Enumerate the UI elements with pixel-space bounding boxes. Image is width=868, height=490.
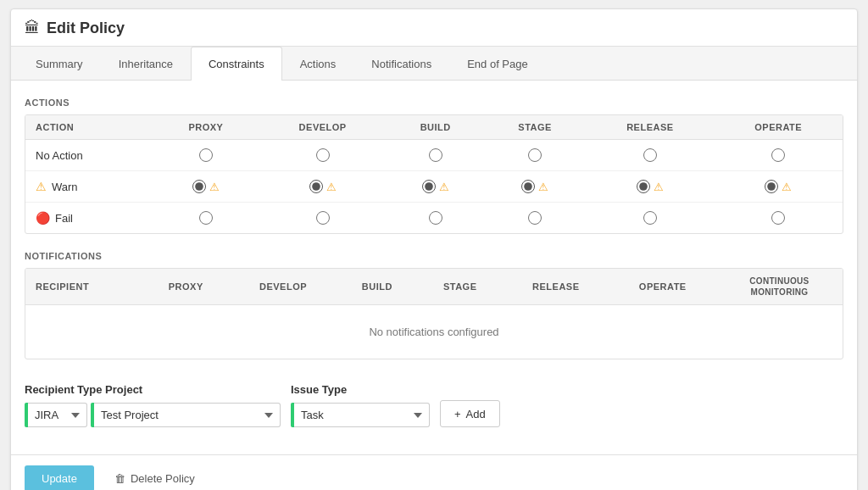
- action-name-no-action: No Action: [25, 140, 153, 171]
- warn-icon: ⚠: [36, 180, 47, 193]
- warn-proxy-radio[interactable]: [192, 180, 206, 193]
- form-section: Recipient Type Project JIRA Email Slack: [25, 376, 843, 427]
- warn-build-radio[interactable]: [422, 180, 436, 193]
- no-action-develop-radio[interactable]: [316, 148, 330, 162]
- action-name-fail: 🔴 Fail: [25, 203, 153, 234]
- notif-col-continuous: CONTINUOUSMONITORING: [716, 269, 843, 305]
- col-action: ACTION: [25, 115, 153, 140]
- table-row: ⚠ Warn ⚠: [25, 171, 843, 203]
- project-input-group: Test Project Project A Project B: [91, 403, 281, 427]
- fail-develop-radio[interactable]: [316, 211, 330, 225]
- warn-stage-cell: ⚠: [484, 171, 587, 203]
- warn-develop-radio[interactable]: [309, 180, 323, 193]
- recipient-type-select[interactable]: JIRA Email Slack: [28, 403, 87, 427]
- fail-release-cell: [586, 203, 714, 234]
- page-title: Edit Policy: [47, 19, 125, 37]
- page-container: 🏛 Edit Policy Summary Inheritance Constr…: [10, 8, 858, 490]
- table-row: 🔴 Fail: [25, 203, 843, 234]
- no-action-build-cell: [387, 140, 484, 171]
- recipient-type-input-group: JIRA Email Slack: [25, 403, 87, 427]
- col-operate: OPERATE: [714, 115, 843, 140]
- actions-table-header: ACTION PROXY DEVELOP BUILD STAGE RELEASE…: [25, 115, 843, 140]
- form-row: Recipient Type Project JIRA Email Slack: [25, 383, 843, 427]
- warn-stage-radio[interactable]: [521, 180, 535, 193]
- no-action-proxy-radio[interactable]: [199, 148, 213, 162]
- no-action-develop-cell: [259, 140, 387, 171]
- warn-triangle-proxy: ⚠: [209, 181, 220, 193]
- notif-col-release: RELEASE: [503, 269, 609, 305]
- fail-build-cell: [387, 203, 484, 234]
- warn-release-radio[interactable]: [637, 180, 650, 193]
- warn-triangle-release: ⚠: [654, 181, 664, 193]
- tab-constraints[interactable]: Constraints: [191, 47, 282, 81]
- col-develop: DEVELOP: [259, 115, 387, 140]
- actions-table: ACTION PROXY DEVELOP BUILD STAGE RELEASE…: [25, 115, 843, 233]
- delete-button-label: Delete Policy: [131, 472, 195, 485]
- tab-summary[interactable]: Summary: [18, 47, 101, 81]
- delete-button[interactable]: 🗑 Delete Policy: [104, 465, 205, 490]
- fail-release-radio[interactable]: [643, 211, 657, 225]
- no-action-release-radio[interactable]: [643, 148, 657, 162]
- notif-col-stage: STAGE: [417, 269, 503, 305]
- building-icon: 🏛: [25, 19, 40, 37]
- recipient-type-group: Recipient Type Project JIRA Email Slack: [25, 383, 281, 427]
- trash-icon: 🗑: [114, 472, 125, 485]
- issue-type-input-group: Task Bug Story Epic: [291, 403, 430, 427]
- add-button-label: Add: [466, 408, 486, 420]
- tabs-bar: Summary Inheritance Constraints Actions …: [11, 47, 857, 81]
- notif-col-recipient: RECIPIENT: [25, 269, 142, 305]
- warn-triangle-build: ⚠: [439, 181, 449, 193]
- notifications-table: RECIPIENT PROXY DEVELOP BUILD STAGE RELE…: [25, 269, 843, 359]
- no-action-operate-radio[interactable]: [771, 148, 785, 162]
- issue-type-group: Issue Type Task Bug Story Epic: [291, 383, 430, 427]
- issue-type-label: Issue Type: [291, 383, 430, 396]
- notifications-section-title: NOTIFICATIONS: [25, 251, 843, 261]
- actions-table-container: ACTION PROXY DEVELOP BUILD STAGE RELEASE…: [25, 114, 843, 234]
- warn-release-cell: ⚠: [586, 171, 714, 203]
- col-build: BUILD: [387, 115, 484, 140]
- warn-triangle-stage: ⚠: [538, 181, 548, 193]
- fail-build-radio[interactable]: [429, 211, 442, 225]
- action-name-warn: ⚠ Warn: [25, 171, 153, 203]
- table-row: No notifications configured: [25, 305, 843, 359]
- fail-operate-cell: [714, 203, 843, 234]
- add-button[interactable]: + Add: [440, 400, 500, 427]
- notifications-table-header: RECIPIENT PROXY DEVELOP BUILD STAGE RELE…: [25, 269, 843, 305]
- no-action-release-cell: [586, 140, 714, 171]
- no-action-operate-cell: [714, 140, 843, 171]
- actions-section-title: ACTIONS: [25, 97, 843, 108]
- fail-proxy-radio[interactable]: [199, 211, 213, 225]
- no-action-build-radio[interactable]: [429, 148, 442, 162]
- warn-triangle-operate: ⚠: [782, 181, 792, 193]
- tab-actions[interactable]: Actions: [282, 47, 354, 81]
- tab-notifications[interactable]: Notifications: [353, 47, 449, 81]
- update-button[interactable]: Update: [25, 465, 94, 490]
- warn-operate-radio[interactable]: [765, 180, 778, 193]
- footer-bar: Update 🗑 Delete Policy: [11, 454, 857, 490]
- fail-stage-radio[interactable]: [528, 211, 542, 225]
- project-select[interactable]: Test Project Project A Project B: [94, 403, 281, 427]
- no-action-stage-radio[interactable]: [528, 148, 542, 162]
- fail-proxy-cell: [153, 203, 258, 234]
- plus-icon: +: [454, 408, 461, 420]
- warn-proxy-cell: ⚠: [153, 171, 258, 203]
- notif-col-build: BUILD: [337, 269, 417, 305]
- notif-col-operate: OPERATE: [609, 269, 716, 305]
- col-stage: STAGE: [484, 115, 587, 140]
- warn-develop-cell: ⚠: [259, 171, 387, 203]
- tab-inheritance[interactable]: Inheritance: [101, 47, 191, 81]
- no-action-proxy-cell: [153, 140, 258, 171]
- no-action-stage-cell: [484, 140, 587, 171]
- no-notifications-message: No notifications configured: [25, 305, 843, 359]
- warn-triangle-develop: ⚠: [326, 181, 337, 193]
- tab-end-of-page[interactable]: End of Page: [449, 47, 546, 81]
- issue-type-select[interactable]: Task Bug Story Epic: [294, 403, 430, 427]
- content-area: ACTIONS ACTION PROXY DEVELOP BUILD STAGE…: [11, 81, 857, 454]
- fail-operate-radio[interactable]: [771, 211, 785, 225]
- col-release: RELEASE: [586, 115, 714, 140]
- table-row: No Action: [25, 140, 843, 171]
- warn-build-cell: ⚠: [387, 171, 484, 203]
- fail-icon: 🔴: [36, 211, 50, 225]
- fail-develop-cell: [259, 203, 387, 234]
- fail-stage-cell: [484, 203, 587, 234]
